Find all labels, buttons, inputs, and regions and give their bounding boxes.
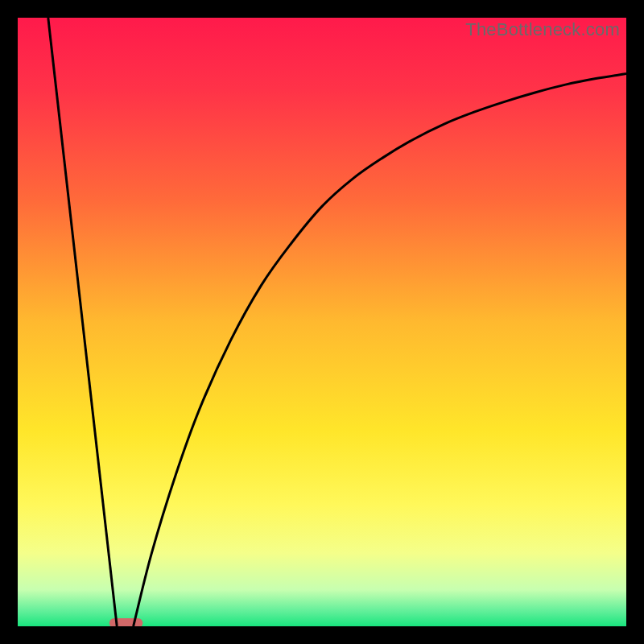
bottom-marker: [109, 618, 143, 626]
plot-area: TheBottleneck.com: [18, 18, 626, 626]
chart-frame: TheBottleneck.com: [0, 0, 644, 644]
chart-svg: [18, 18, 626, 626]
watermark-text: TheBottleneck.com: [465, 19, 620, 40]
gradient-background: [18, 18, 626, 626]
